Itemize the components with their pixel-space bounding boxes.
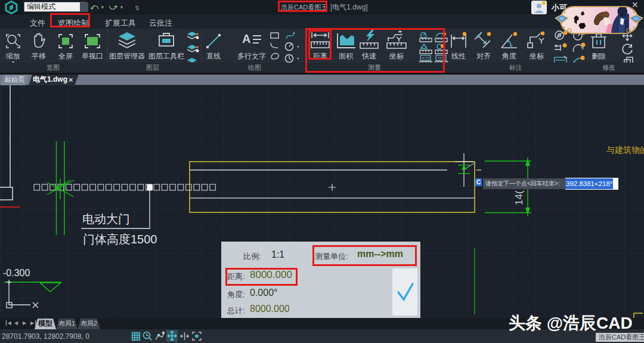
svg-text:A: A — [242, 32, 250, 45]
svg-text:14(: 14( — [513, 190, 525, 205]
